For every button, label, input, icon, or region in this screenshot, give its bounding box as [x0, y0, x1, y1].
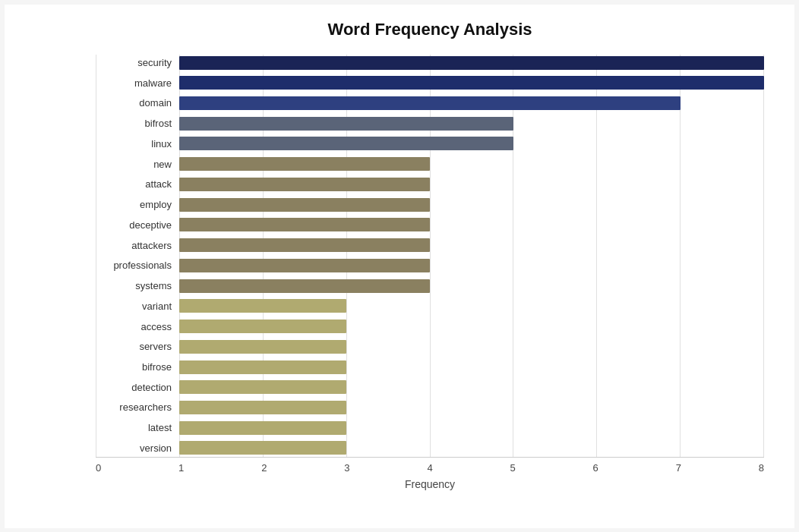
bar-label: linux — [96, 138, 179, 150]
x-tick: 4 — [427, 462, 432, 474]
x-tick: 8 — [759, 462, 764, 474]
bar — [179, 340, 346, 354]
x-tick: 5 — [510, 462, 515, 474]
bar-row: malware — [96, 74, 764, 91]
bar-label: systems — [96, 280, 179, 291]
x-tick: 3 — [344, 462, 349, 474]
bar-label: new — [96, 159, 179, 170]
bar — [179, 401, 346, 414]
bar — [179, 76, 764, 90]
chart-container: Word Frequency Analysis securitymalwared… — [5, 5, 794, 528]
bar-row: employ — [96, 197, 764, 213]
bar-label: attack — [96, 178, 179, 190]
x-tick: 2 — [261, 462, 267, 474]
x-tick: 6 — [593, 462, 598, 474]
chart-area: securitymalwaredomainbifrostlinuxnewatta… — [96, 55, 764, 495]
bar-row: domain — [96, 95, 764, 112]
bar — [179, 137, 513, 150]
bar-row: version — [96, 439, 764, 456]
bar-row: systems — [96, 278, 764, 294]
bar — [179, 198, 430, 212]
bar — [179, 441, 346, 455]
bar — [179, 320, 346, 333]
bar-label: variant — [96, 301, 179, 312]
bar-label: researchers — [96, 401, 179, 413]
bar-row: attackers — [96, 237, 764, 253]
bar-label: domain — [96, 97, 179, 109]
bar-label: deceptive — [96, 219, 179, 231]
bar-row: bifrost — [96, 115, 764, 132]
x-label: Frequency — [96, 478, 764, 490]
bar — [179, 299, 346, 313]
x-tick: 7 — [676, 462, 681, 474]
bar — [179, 380, 346, 394]
x-ticks: 012345678 — [96, 458, 764, 474]
bar-label: bifrose — [96, 361, 179, 373]
bar-label: access — [96, 321, 179, 332]
bar-row: servers — [96, 338, 764, 355]
bar — [179, 218, 430, 231]
bar-row: attack — [96, 176, 764, 193]
x-axis: 012345678 Frequency — [96, 457, 764, 495]
bar-row: latest — [96, 420, 764, 436]
bar — [179, 259, 430, 272]
chart-title: Word Frequency Analysis — [96, 20, 764, 39]
bar — [179, 56, 764, 70]
bar-label: malware — [96, 77, 179, 89]
bar-row: new — [96, 156, 764, 172]
bar — [179, 421, 346, 435]
bar-row: deceptive — [96, 216, 764, 233]
bar-row: bifrose — [96, 359, 764, 376]
bar — [179, 96, 681, 110]
x-tick: 0 — [96, 462, 101, 474]
bar-label: version — [96, 442, 179, 454]
bar-row: researchers — [96, 399, 764, 416]
bar-row: security — [96, 55, 764, 71]
bar — [179, 360, 346, 374]
bar-row: linux — [96, 135, 764, 152]
bar-label: employ — [96, 199, 179, 210]
bar-label: servers — [96, 341, 179, 352]
bar-label: detection — [96, 382, 179, 393]
bar-row: access — [96, 318, 764, 335]
bar-label: security — [96, 57, 179, 68]
bar — [179, 157, 430, 171]
bar-row: detection — [96, 379, 764, 395]
bar-label: bifrost — [96, 118, 179, 129]
bar — [179, 178, 430, 191]
bar-row: variant — [96, 297, 764, 314]
bars-wrapper: securitymalwaredomainbifrostlinuxnewatta… — [96, 55, 764, 457]
bar-label: latest — [96, 422, 179, 433]
bar — [179, 279, 430, 293]
bar — [179, 117, 513, 131]
x-tick: 1 — [178, 462, 184, 474]
bar-row: professionals — [96, 257, 764, 274]
bar-label: professionals — [96, 260, 179, 271]
bar-label: attackers — [96, 240, 179, 251]
bar — [179, 238, 430, 252]
